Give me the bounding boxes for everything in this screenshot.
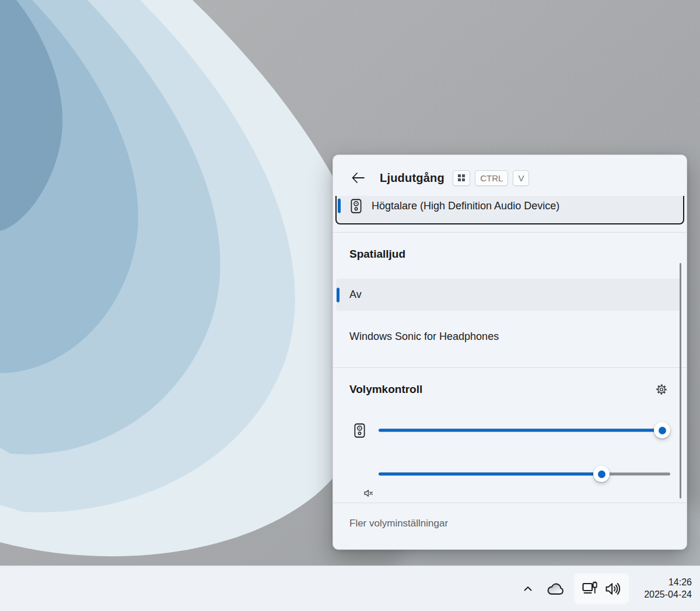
selection-accent-bar [338, 199, 341, 213]
spatial-option-windows-sonic[interactable]: Windows Sonic for Headphones [336, 321, 681, 353]
output-device-label: Högtalare (High Definition Audio Device) [372, 200, 559, 212]
muted-indicator [363, 489, 373, 497]
volume-section-header: Volymkontroll [333, 381, 687, 398]
windows-key-badge [453, 170, 470, 186]
onedrive-cloud-icon [546, 581, 566, 596]
speaker-device-icon [351, 199, 362, 213]
slider-thumb[interactable] [593, 466, 610, 482]
taskbar-clock[interactable]: 14:26 2025-04-24 [638, 577, 692, 601]
spatial-option-label: Windows Sonic for Headphones [349, 331, 499, 343]
volume-icon [604, 580, 622, 598]
gear-icon [655, 383, 668, 396]
flyout-header: Ljudutgång CTRL V [333, 155, 687, 196]
output-device-list: Högtalare (High Definition Audio Device) [333, 196, 687, 226]
chevron-up-icon [522, 583, 534, 595]
firefox-volume-slider[interactable] [379, 466, 670, 482]
volume-row-app-icon [349, 423, 369, 438]
section-divider [333, 232, 687, 233]
clock-date: 2025-04-24 [638, 589, 692, 601]
system-volume-slider[interactable] [379, 422, 670, 438]
clock-time: 14:26 [638, 577, 692, 589]
onedrive-tray-button[interactable] [542, 574, 569, 604]
network-icon [581, 580, 598, 598]
slider-fill [379, 473, 601, 476]
back-button[interactable] [349, 170, 367, 186]
volume-row-firefox [349, 465, 670, 483]
taskbar: 14:26 2025-04-24 [0, 566, 700, 611]
v-key-badge: V [513, 170, 529, 186]
section-divider [333, 367, 687, 368]
sound-output-flyout: Ljudutgång CTRL V Högtalare (High Defini… [332, 154, 687, 550]
network-volume-tray-group[interactable] [574, 573, 629, 604]
slider-fill [379, 429, 662, 432]
volume-heading: Volymkontroll [349, 383, 422, 396]
ctrl-key-badge: CTRL [475, 170, 508, 186]
volume-row-system [349, 422, 670, 439]
spatial-option-label: Av [349, 289, 362, 301]
arrow-left-icon [351, 171, 366, 184]
system-tray: 14:26 2025-04-24 [517, 566, 700, 611]
selection-accent-bar [337, 287, 340, 302]
spatial-sound-heading: Spatialljud [333, 248, 687, 263]
volume-row-app-icon [349, 465, 369, 483]
speaker-device-icon [354, 423, 365, 438]
spatial-option-av[interactable]: Av [336, 279, 681, 311]
page-title: Ljudutgång [380, 171, 444, 185]
shortcut-hint: CTRL V [453, 170, 530, 186]
tray-overflow-button[interactable] [517, 574, 539, 604]
output-device-item-speakers[interactable]: Högtalare (High Definition Audio Device) [335, 196, 684, 224]
windows-logo-icon [458, 174, 465, 181]
firefox-icon [351, 465, 368, 483]
more-volume-settings-link[interactable]: Fler volyminställningar [333, 503, 687, 544]
slider-thumb[interactable] [654, 422, 670, 438]
volume-mixer-settings-button[interactable] [653, 381, 670, 398]
flyout-scrollbar[interactable] [680, 263, 681, 498]
speaker-muted-icon [363, 489, 373, 497]
